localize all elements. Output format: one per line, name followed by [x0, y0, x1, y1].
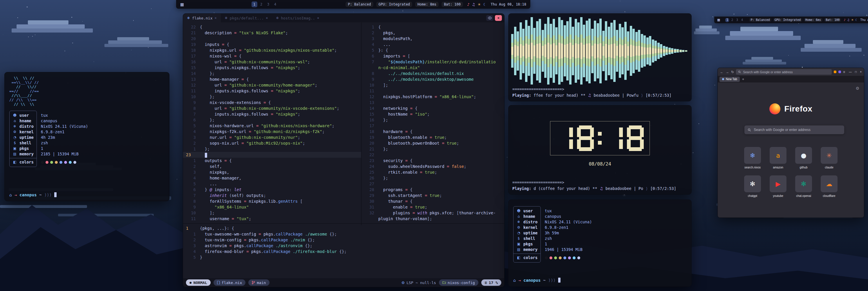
maximize-button[interactable]: □: [855, 70, 857, 74]
code-line[interactable]: 5}: [183, 254, 504, 260]
code-line[interactable]: 12 url = "github:nix-community/home-mana…: [183, 82, 361, 88]
shortcut-github[interactable]: ●github: [795, 147, 812, 169]
code-line[interactable]: 1{pkgs, ...}: {: [183, 225, 504, 231]
code-line[interactable]: 22{: [183, 24, 361, 30]
code-line[interactable]: 1 outputs = {: [183, 158, 361, 164]
code-line[interactable]: 12 nixpkgs.hostPlatform = "x86_64-linux"…: [362, 94, 504, 99]
code-line[interactable]: 8 forAllSystems = nixpkgs.lib.genAttrs [: [183, 198, 361, 204]
close-button[interactable]: ×: [860, 70, 862, 74]
code-line[interactable]: 8 url = "github:nix-community/nix-vscode…: [183, 106, 361, 111]
code-line[interactable]: 24 sudo.wheelNeedsPassword = false;: [362, 164, 504, 169]
shortcut-search.nixos[interactable]: ❄search.nixos: [744, 147, 761, 169]
code-line[interactable]: 2 tux-nvim-config = pkgs.callPackage ./n…: [183, 237, 504, 243]
terminal-fastfetch-window-2[interactable]: ☻user⌂hname❄distro⚙kernel◔uptime$shell▣p…: [508, 200, 692, 287]
code-line[interactable]: 6 };: [183, 117, 361, 123]
editor-pane-flake[interactable]: 22{21 description = "tux's NixOS Flake";…: [183, 22, 362, 225]
code-line[interactable]: 6 } @ inputs: let: [183, 187, 361, 193]
code-line[interactable]: 25 rtkit.enable = true;: [362, 169, 504, 175]
code-line[interactable]: plugin thunar-volman];: [362, 216, 504, 222]
code-line[interactable]: 5 nixos-hardware.url = "github:nixos/nix…: [183, 123, 361, 129]
shortcut-youtube[interactable]: ▶youtube: [770, 175, 786, 198]
extension-icon[interactable]: [834, 70, 836, 73]
extension-icon[interactable]: [838, 70, 841, 73]
volume-icon[interactable]: ♫: [472, 2, 475, 7]
code-line[interactable]: 11 inputs.nixpkgs.follows = "nixpkgs";: [183, 88, 361, 94]
tab-new-tab[interactable]: New Tab: [719, 77, 740, 82]
code-line[interactable]: 3 modulesPath,: [362, 36, 504, 41]
code-line[interactable]: 13: [362, 99, 504, 106]
workspace-1[interactable]: 1: [725, 18, 729, 22]
tab-close-icon[interactable]: ×: [317, 16, 319, 20]
code-line[interactable]: 11: [362, 88, 504, 94]
brightness-icon[interactable]: ☀: [851, 18, 854, 22]
new-tab-button[interactable]: +: [742, 77, 744, 81]
code-line[interactable]: n-cd-minimal.nix": [362, 65, 504, 70]
code-line[interactable]: 9 ../../modules/nixos/desktop/awesome: [362, 77, 504, 82]
code-line[interactable]: 18 hardware = {: [362, 129, 504, 135]
code-line[interactable]: 19 inputs = {: [183, 41, 361, 47]
workspace-2[interactable]: 2: [258, 1, 264, 7]
code-line[interactable]: 1 };: [183, 146, 361, 152]
music-visualizer-window[interactable]: =====================> Playing: ffee for…: [508, 13, 692, 101]
workspace-1[interactable]: 1: [251, 1, 257, 7]
shortcut-cloudflare[interactable]: ☁cloudflare: [821, 175, 838, 198]
code-line[interactable]: 9 "x86_64-linux": [183, 204, 361, 210]
minimize-button[interactable]: —: [849, 70, 852, 74]
network-icon[interactable]: ☾: [855, 18, 858, 22]
code-line[interactable]: 7 "${modulesPath}/installer/cd-dvd/insta…: [362, 59, 504, 65]
code-line[interactable]: 20 bluetooth.powerOnBoot = true;: [362, 140, 504, 146]
newtab-search-input[interactable]: [753, 127, 841, 132]
shortcut-chat.openai[interactable]: ✻chat.openai: [795, 175, 812, 198]
code-line[interactable]: 17: [362, 123, 504, 129]
code-line[interactable]: 2 sops-nix.url = "github:Mic92/sops-nix"…: [183, 140, 361, 146]
personalize-gear-icon[interactable]: ⚙: [856, 86, 859, 91]
window-close-button[interactable]: ×: [495, 15, 502, 21]
code-line[interactable]: 30 thunar = {: [362, 198, 504, 204]
code-line[interactable]: 26 };: [362, 175, 504, 181]
code-line[interactable]: 5 ...: [183, 181, 361, 187]
menu-icon[interactable]: ≡: [843, 70, 845, 74]
code-line[interactable]: 4 nixpkgs-f2k.url = "github:moni-dz/nixp…: [183, 129, 361, 135]
code-line[interactable]: 14 networking = {: [362, 106, 504, 111]
code-line[interactable]: 17 nixos-wsl = {: [183, 53, 361, 59]
volume-icon[interactable]: ♫: [847, 18, 850, 22]
forward-icon[interactable]: →: [725, 70, 729, 74]
code-line[interactable]: 23: [183, 152, 361, 158]
code-line[interactable]: 20: [183, 36, 361, 41]
app-launcher-icon[interactable]: ▦: [180, 2, 184, 7]
code-line[interactable]: 1{: [362, 24, 504, 30]
code-line[interactable]: 16 };: [362, 117, 504, 123]
workspace-3[interactable]: 3: [266, 1, 271, 7]
code-line[interactable]: 16 url = "github:nix-community/nixos-wsl…: [183, 59, 361, 65]
code-line[interactable]: 3 nixpkgs,: [183, 169, 361, 175]
code-line[interactable]: 5}: {: [362, 47, 504, 53]
code-line[interactable]: 31 enable = true;: [362, 204, 504, 210]
code-line[interactable]: 29 ssh.startAgent = true;: [362, 193, 504, 198]
newtab-search-bar[interactable]: [744, 125, 844, 134]
code-line[interactable]: 27: [362, 181, 504, 187]
terminal-fastfetch-window[interactable]: \\ \\ // ==\\__\\/ // // \\//==// //== /…: [4, 72, 169, 201]
code-line[interactable]: 32 plugins = with pkgs.xfce; [thunar-arc…: [362, 210, 504, 216]
reload-icon[interactable]: ↻: [731, 70, 734, 74]
urlbar-input[interactable]: [743, 70, 830, 74]
code-line[interactable]: 13 home-manager = {: [183, 77, 361, 82]
code-line[interactable]: 14 };: [183, 70, 361, 77]
code-line[interactable]: 3 astronvim = pkgs.callPackage ./astronv…: [183, 243, 504, 249]
code-line[interactable]: 15 hostName = "iso";: [362, 111, 504, 117]
back-icon[interactable]: ←: [720, 70, 723, 74]
workspace-2[interactable]: 2: [730, 18, 734, 22]
code-line[interactable]: 3 nur.url = "github:nix-community/nur";: [183, 135, 361, 140]
code-line[interactable]: 4 home-manager,: [183, 175, 361, 181]
shortcut-chatgpt[interactable]: ✻chatgpt: [744, 175, 761, 198]
code-line[interactable]: 2 pkgs,: [362, 30, 504, 36]
toggle-view-button[interactable]: [486, 15, 493, 21]
network-icon[interactable]: ☾: [483, 2, 487, 7]
urlbar[interactable]: [736, 69, 832, 75]
shortcut-claude[interactable]: ✳claude: [821, 147, 838, 169]
tab-hosts/isoImag..[interactable]: ❄hosts/isoImag..×: [272, 13, 323, 22]
music-icon[interactable]: ♪: [467, 2, 469, 7]
code-line[interactable]: 21 description = "tux's NixOS Flake";: [183, 30, 361, 36]
tab-close-icon[interactable]: ×: [266, 16, 268, 20]
code-line[interactable]: 21 };: [362, 146, 504, 152]
code-line[interactable]: 18 nixpkgs.url = "github:nixos/nixpkgs/n…: [183, 47, 361, 53]
